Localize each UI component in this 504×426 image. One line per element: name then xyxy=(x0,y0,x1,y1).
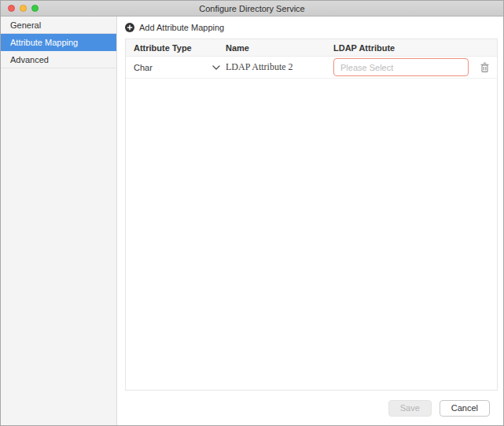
attribute-mapping-panel: Add Attribute Mapping Attribute Type Nam… xyxy=(117,17,503,425)
sidebar-item-label: General xyxy=(10,20,41,30)
delete-row-button[interactable] xyxy=(480,62,490,73)
sidebar-item-attribute-mapping[interactable]: Attribute Mapping xyxy=(1,34,116,51)
attribute-type-value: Char xyxy=(134,63,153,72)
add-attribute-mapping-button[interactable]: Add Attribute Mapping xyxy=(125,21,498,34)
attribute-name-value: LDAP Attribute 2 xyxy=(226,61,293,72)
save-button[interactable]: Save xyxy=(388,400,432,417)
chevron-down-icon xyxy=(212,65,222,70)
cancel-button[interactable]: Cancel xyxy=(440,400,490,417)
column-header-ldap-attribute: LDAP Attribute xyxy=(333,43,465,53)
add-attribute-mapping-label: Add Attribute Mapping xyxy=(139,23,224,32)
column-header-attribute-type: Attribute Type xyxy=(126,43,226,53)
attribute-type-select[interactable]: Char xyxy=(134,63,222,72)
sidebar-item-label: Attribute Mapping xyxy=(10,38,78,47)
table-empty-area xyxy=(126,79,497,390)
trash-icon xyxy=(480,64,490,75)
configure-directory-service-window: Configure Directory Service General Attr… xyxy=(0,0,504,426)
sidebar-item-label: Advanced xyxy=(10,55,49,64)
sidebar: General Attribute Mapping Advanced xyxy=(1,17,117,425)
plus-circle-icon xyxy=(125,23,134,32)
table-row: Char LDAP Attribute 2 xyxy=(126,57,497,79)
sidebar-item-general[interactable]: General xyxy=(1,17,116,34)
titlebar: Configure Directory Service xyxy=(1,1,503,17)
sidebar-item-advanced[interactable]: Advanced xyxy=(1,51,116,68)
column-header-name: Name xyxy=(226,43,333,53)
dialog-footer: Save Cancel xyxy=(125,391,498,425)
ldap-attribute-input[interactable] xyxy=(333,58,469,76)
table-header-row: Attribute Type Name LDAP Attribute xyxy=(126,39,497,57)
attribute-mapping-table: Attribute Type Name LDAP Attribute Char xyxy=(125,39,498,391)
window-title: Configure Directory Service xyxy=(1,4,503,13)
